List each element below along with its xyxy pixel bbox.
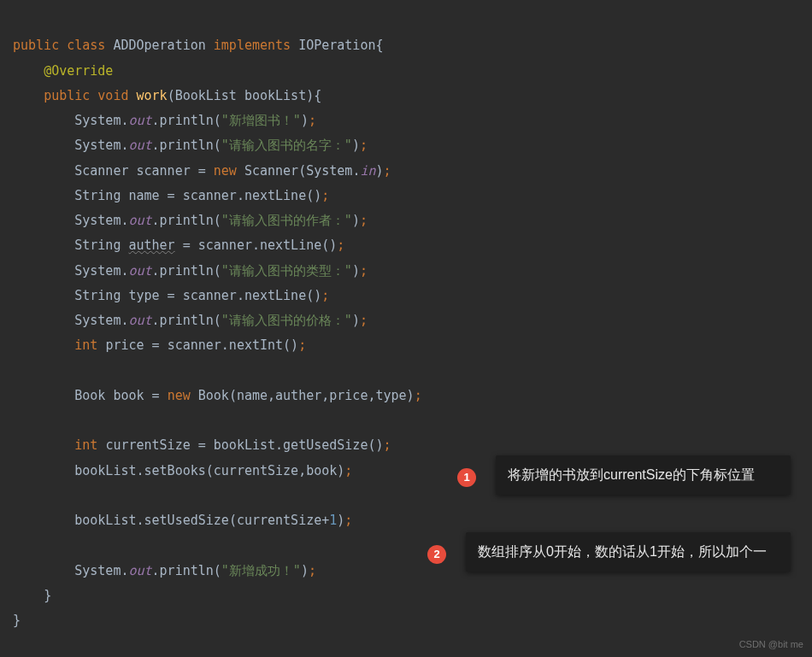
method-name: work bbox=[137, 88, 168, 103]
annotation-note-1: 将新增的书放到currentSize的下角标位置 bbox=[496, 455, 791, 495]
code-statement: System.out.println("请输入图书的价格："); bbox=[74, 313, 368, 328]
code-statement: bookList.setUsedSize(currentSize+1); bbox=[74, 513, 352, 528]
annotation-override: @Override bbox=[44, 63, 113, 79]
code-statement: System.out.println("请输入图书的类型："); bbox=[74, 263, 368, 279]
code-statement: String auther = scanner.nextLine(); bbox=[74, 238, 344, 253]
keyword-public: public bbox=[13, 38, 59, 53]
param-name: bookList bbox=[244, 88, 306, 103]
code-statement: System.out.println("新增成功！"); bbox=[74, 563, 316, 578]
brace-close: } bbox=[13, 613, 21, 628]
keyword-class: class bbox=[67, 38, 105, 53]
param-type: BookList bbox=[175, 88, 237, 103]
code-statement: String type = scanner.nextLine(); bbox=[74, 288, 329, 303]
annotation-note-2: 数组排序从0开始，数的话从1开始，所以加个一 bbox=[466, 532, 791, 572]
code-statement: System.out.println("新增图书！"); bbox=[74, 113, 316, 128]
class-name: ADDOperation bbox=[113, 38, 205, 53]
watermark: CSDN @bit me bbox=[739, 636, 803, 654]
brace-close: } bbox=[44, 588, 51, 603]
code-statement: int price = scanner.nextInt(); bbox=[74, 337, 306, 353]
interface-name: IOPeration bbox=[298, 38, 375, 53]
keyword-public: public bbox=[44, 88, 90, 103]
code-statement: Book book = new Book(name,auther,price,t… bbox=[74, 388, 421, 403]
code-statement: System.out.println("请输入图书的作者："); bbox=[74, 213, 368, 228]
brace: { bbox=[375, 38, 383, 53]
keyword-implements: implements bbox=[214, 38, 291, 53]
code-statement: String name = scanner.nextLine(); bbox=[74, 188, 329, 203]
annotation-badge-2: 2 bbox=[427, 545, 446, 564]
code-statement: Scanner scanner = new Scanner(System.in)… bbox=[74, 163, 391, 179]
code-statement: bookList.setBooks(currentSize,book); bbox=[74, 463, 352, 478]
keyword-void: void bbox=[97, 88, 128, 103]
annotation-badge-1: 1 bbox=[457, 468, 476, 487]
brace: { bbox=[314, 88, 321, 103]
code-statement: System.out.println("请输入图书的名字："); bbox=[74, 138, 368, 153]
code-statement: int currentSize = bookList.getUsedSize()… bbox=[74, 437, 391, 453]
